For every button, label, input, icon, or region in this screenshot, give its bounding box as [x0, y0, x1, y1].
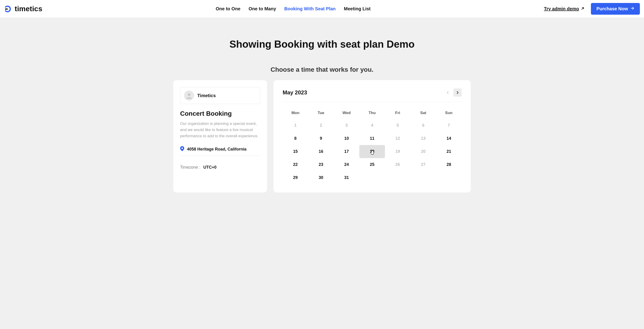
calendar-day[interactable]: 11: [359, 132, 385, 145]
calendar-day: 3: [334, 119, 359, 132]
external-link-icon: [581, 6, 584, 12]
calendar-day: 2: [308, 119, 334, 132]
calendar-day[interactable]: 22: [283, 158, 308, 171]
calendar-grid: MonTueWedThuFriSatSun1234567891011121314…: [283, 107, 462, 184]
svg-point-2: [182, 147, 183, 149]
calendar-day[interactable]: 25: [359, 158, 385, 171]
calendar-day: 26: [385, 158, 410, 171]
nav-booking-seat-plan[interactable]: Booking With Seat Plan: [284, 6, 336, 12]
calendar-dow: Fri: [385, 107, 410, 119]
event-card: Timetics Concert Booking Our organizatio…: [173, 80, 267, 192]
calendar-day[interactable]: 18: [359, 145, 385, 158]
calendar-day[interactable]: 30: [308, 171, 334, 184]
user-icon: [185, 92, 193, 99]
calendar-day[interactable]: 16: [308, 145, 334, 158]
header-actions: Try admin demo Purchase Now: [544, 3, 640, 15]
calendar-day[interactable]: 21: [436, 145, 462, 158]
purchase-now-button[interactable]: Purchase Now: [591, 3, 640, 15]
calendar-day[interactable]: 23: [308, 158, 334, 171]
page-title: Showing Booking with seat plan Demo: [4, 39, 640, 50]
calendar-dow: Wed: [334, 107, 359, 119]
arrow-right-icon: [630, 6, 634, 12]
main-nav: One to One One to Many Booking With Seat…: [216, 6, 370, 12]
calendar-day: 27: [410, 158, 436, 171]
svg-rect-0: [5, 9, 8, 10]
calendar-dow: Mon: [283, 107, 308, 119]
timezone-label: Timezone :: [180, 165, 200, 170]
calendar-day: 12: [385, 132, 410, 145]
admin-demo-label: Try admin demo: [544, 6, 579, 12]
organizer-name: Timetics: [197, 93, 216, 98]
location-text: 4058 Heritage Road, California: [187, 147, 246, 152]
organizer-box: Timetics: [180, 87, 260, 104]
calendar-day[interactable]: 29: [283, 171, 308, 184]
calendar-next-button[interactable]: [453, 88, 462, 97]
event-description: Our organization is planning a special e…: [180, 121, 260, 139]
topbar: timetics One to One One to Many Booking …: [0, 0, 644, 18]
calendar-header: May 2023: [283, 88, 462, 102]
page: Showing Booking with seat plan Demo Choo…: [0, 39, 644, 202]
calendar-card: May 2023 MonTueWedThuFriSatSun1234567891…: [274, 80, 471, 192]
logo-icon: [4, 5, 12, 13]
content-row: Timetics Concert Booking Our organizatio…: [173, 80, 471, 192]
calendar-dow: Sat: [410, 107, 436, 119]
calendar-day[interactable]: 28: [436, 158, 462, 171]
timezone-row: Timezone : UTC+0: [180, 165, 260, 170]
brand-name: timetics: [15, 5, 42, 13]
location-pin-icon: [180, 146, 184, 152]
nav-meeting-list[interactable]: Meeting List: [344, 6, 371, 12]
calendar-nav-arrows: [444, 88, 462, 97]
calendar-day: 19: [385, 145, 410, 158]
calendar-day: 7: [436, 119, 462, 132]
purchase-label: Purchase Now: [596, 6, 628, 12]
calendar-dow: Sun: [436, 107, 462, 119]
pointer-cursor-icon: [370, 149, 375, 156]
nav-one-to-many[interactable]: One to Many: [248, 6, 276, 12]
calendar-month-label: May 2023: [283, 89, 307, 96]
calendar-dow: Tue: [308, 107, 334, 119]
calendar-day[interactable]: 15: [283, 145, 308, 158]
calendar-dow: Thu: [359, 107, 385, 119]
calendar-day: 13: [410, 132, 436, 145]
calendar-day: 4: [359, 119, 385, 132]
timezone-value: UTC+0: [203, 165, 216, 170]
page-subtitle: Choose a time that works for you.: [4, 66, 640, 73]
event-title: Concert Booking: [180, 110, 260, 117]
calendar-day: 6: [410, 119, 436, 132]
calendar-day: 5: [385, 119, 410, 132]
calendar-day[interactable]: 24: [334, 158, 359, 171]
svg-point-1: [188, 93, 190, 96]
calendar-day: 20: [410, 145, 436, 158]
calendar-day[interactable]: 31: [334, 171, 359, 184]
location-row: 4058 Heritage Road, California: [180, 146, 260, 156]
calendar-day[interactable]: 14: [436, 132, 462, 145]
calendar-prev-button[interactable]: [444, 88, 452, 97]
chevron-left-icon: [446, 91, 450, 94]
calendar-day[interactable]: 17: [334, 145, 359, 158]
avatar: [184, 91, 194, 101]
chevron-right-icon: [456, 91, 459, 94]
brand-logo[interactable]: timetics: [4, 5, 42, 13]
try-admin-demo-link[interactable]: Try admin demo: [544, 6, 584, 12]
calendar-day[interactable]: 9: [308, 132, 334, 145]
calendar-day[interactable]: 8: [283, 132, 308, 145]
nav-one-to-one[interactable]: One to One: [216, 6, 240, 12]
calendar-day: 1: [283, 119, 308, 132]
calendar-day[interactable]: 10: [334, 132, 359, 145]
